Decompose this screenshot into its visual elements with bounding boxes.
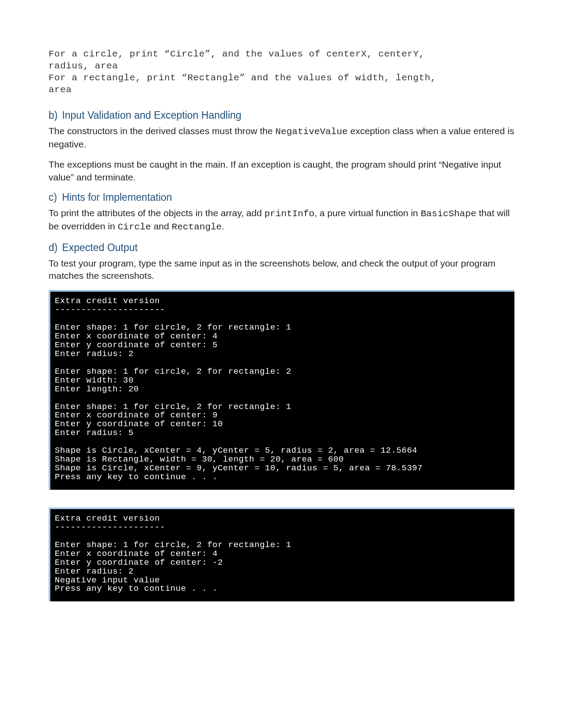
terminal-output-1: Extra credit version -------------------… xyxy=(49,290,514,490)
section-b-para1: The constructors in the derived classes … xyxy=(49,125,514,151)
negativevalue-code: NegativeValue xyxy=(276,127,348,137)
rectangle-code: Rectangle xyxy=(172,222,222,232)
section-b-letter: b) xyxy=(49,109,59,121)
section-b-title: Input Validation and Exception Handling xyxy=(62,109,241,121)
basicshape-code: BasicShape xyxy=(421,209,476,219)
printinfo-code: printInfo xyxy=(264,209,314,219)
section-b-heading: b) Input Validation and Exception Handli… xyxy=(49,109,514,121)
circle-code: Circle xyxy=(117,222,151,232)
section-c-letter: c) xyxy=(49,191,59,203)
section-d-para: To test your program, type the same inpu… xyxy=(49,257,514,282)
section-b-para1-pre: The constructors in the derived classes … xyxy=(49,126,276,136)
intro-code-block: For a circle, print “Circle”, and the va… xyxy=(49,49,514,96)
section-c-pre: To print the attributes of the objects i… xyxy=(49,208,264,218)
section-c-mid3: and xyxy=(151,221,172,231)
section-c-para: To print the attributes of the objects i… xyxy=(49,207,514,234)
section-c-post: . xyxy=(222,221,224,231)
section-b-para2: The exceptions must be caught in the mai… xyxy=(49,158,514,184)
section-d-heading: d) Expected Output xyxy=(49,242,514,254)
document-page: For a circle, print “Circle”, and the va… xyxy=(0,0,563,728)
section-d-letter: d) xyxy=(49,242,59,254)
section-c-title: Hints for Implementation xyxy=(62,191,172,203)
section-c-heading: c) Hints for Implementation xyxy=(49,191,514,203)
section-c-mid1: , a pure virtual function in xyxy=(314,208,420,218)
section-d-title: Expected Output xyxy=(62,242,137,253)
terminal-output-2: Extra credit version -------------------… xyxy=(49,507,514,601)
